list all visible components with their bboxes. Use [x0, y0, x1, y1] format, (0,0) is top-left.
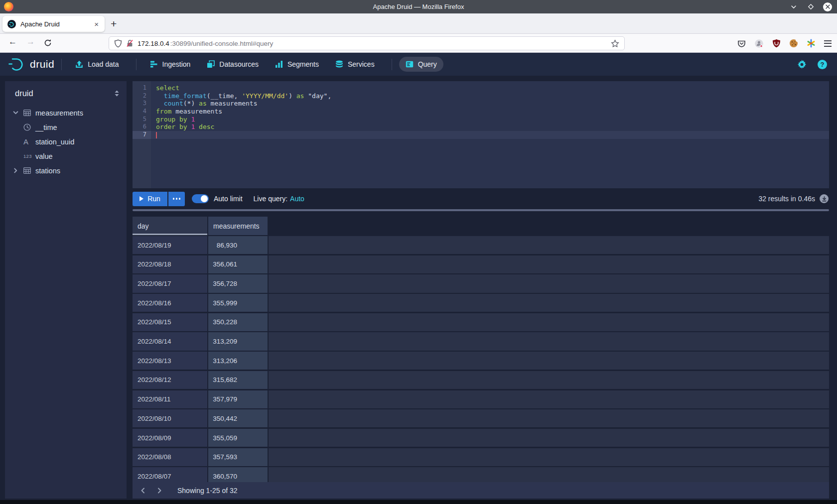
druid-brand[interactable]: druid [30, 58, 54, 70]
table-row: 2022/08/09 355,059 [133, 429, 829, 447]
cell-measurements[interactable]: 315,682 [208, 371, 268, 389]
tree-item--time[interactable]: __time [5, 120, 127, 134]
asterisk-extension-icon[interactable] [807, 39, 816, 48]
gear-icon[interactable] [797, 60, 807, 69]
cell-day[interactable]: 2022/08/19 [133, 236, 207, 254]
navbar-item-ingestion[interactable]: Ingestion [143, 57, 197, 72]
help-icon[interactable]: ? [818, 60, 827, 69]
editor-code[interactable]: select time_format(__time, 'YYYY/MM/dd')… [151, 81, 829, 188]
code-line[interactable]: count(*) as measurements [151, 100, 829, 108]
maximize-icon[interactable] [806, 2, 815, 11]
nav-label: Load data [88, 60, 119, 68]
code-line[interactable]: time_format(__time, 'YYYY/MM/dd') as "da… [151, 92, 829, 100]
auto-limit-toggle[interactable] [192, 194, 209, 203]
code-line[interactable] [151, 131, 829, 139]
cell-measurements[interactable]: 355,059 [208, 429, 268, 447]
code-line[interactable]: order by 1 desc [151, 123, 829, 131]
druid-navbar: druid Load data Ingestion Datasources Se… [0, 53, 837, 76]
cell-day[interactable]: 2022/08/13 [133, 352, 207, 370]
url-path: :30899/unified-console.html#query [170, 40, 607, 47]
download-icon[interactable] [820, 194, 829, 203]
cell-day[interactable]: 2022/08/14 [133, 332, 207, 350]
cell-measurements[interactable]: 350,442 [208, 409, 268, 427]
insecure-lock-icon[interactable] [126, 39, 134, 47]
url-field[interactable]: 172.18.0.4 :30899/unified-console.html#q… [109, 36, 625, 50]
code-line[interactable]: from measurements [151, 108, 829, 116]
cell-measurements[interactable]: 313,206 [208, 352, 268, 370]
reload-icon[interactable] [44, 39, 52, 49]
ublock-icon[interactable] [772, 39, 781, 48]
cell-day[interactable]: 2022/08/11 [133, 390, 207, 408]
live-query-value[interactable]: Auto [290, 195, 304, 203]
tree-item-measurements[interactable]: measurements [5, 106, 127, 120]
cell-measurements[interactable]: 350,228 [208, 313, 268, 331]
navbar-item-datasources[interactable]: Datasources [200, 57, 265, 72]
bookmark-star-icon[interactable] [611, 39, 619, 48]
navbar-item-load-data[interactable]: Load data [69, 57, 125, 72]
navbar-item-query[interactable]: Query [399, 57, 443, 72]
back-icon[interactable]: ← [8, 37, 17, 47]
druid-logo-icon[interactable] [8, 57, 26, 71]
pocket-icon[interactable] [737, 39, 746, 48]
line-number: 5 [133, 116, 151, 124]
code-line[interactable]: select [151, 84, 829, 92]
cell-day[interactable]: 2022/08/15 [133, 313, 207, 331]
schema-header: druid [5, 81, 127, 104]
cell-measurements[interactable]: 357,593 [208, 448, 268, 466]
row-filler [269, 390, 829, 408]
cell-measurements[interactable]: 356,728 [208, 274, 268, 292]
shield-icon[interactable] [114, 39, 122, 48]
tree-item-value[interactable]: 123 value [5, 149, 127, 163]
pager-label: Showing 1-25 of 32 [177, 487, 238, 495]
table-row: 2022/08/14 313,209 [133, 332, 829, 350]
minimize-icon[interactable] [789, 2, 798, 11]
row-filler [269, 274, 829, 292]
cookie-icon[interactable] [789, 39, 798, 48]
cell-measurements[interactable]: 313,209 [208, 332, 268, 350]
browser-tab-apache-druid[interactable]: Apache Druid × [2, 16, 105, 32]
cell-day[interactable]: 2022/08/10 [133, 409, 207, 427]
pane-splitter[interactable] [133, 209, 829, 211]
live-query-label: Live query: [254, 195, 287, 203]
cell-measurements[interactable]: 355,999 [208, 294, 268, 312]
cell-value: 356,061 [212, 260, 237, 268]
new-tab-button[interactable]: + [111, 17, 117, 30]
cell-measurements[interactable]: 356,061 [208, 255, 268, 273]
sort-double-caret-icon[interactable] [114, 90, 120, 97]
tree-label: stations [35, 167, 60, 175]
run-button[interactable]: Run [133, 192, 167, 206]
cell-day[interactable]: 2022/08/07 [133, 467, 207, 482]
cell-measurements[interactable]: 357,979 [208, 390, 268, 408]
navbar-item-services[interactable]: Services [329, 57, 381, 72]
menu-icon[interactable] [824, 40, 832, 47]
cell-measurements[interactable]: 86,930 [208, 236, 268, 254]
page-prev-icon[interactable] [140, 488, 146, 494]
extension-icon[interactable] [754, 39, 764, 48]
close-icon[interactable] [823, 2, 832, 11]
tree-item-station-uuid[interactable]: A station_uuid [5, 134, 127, 149]
cell-day[interactable]: 2022/08/09 [133, 429, 207, 447]
cell-value: 350,442 [212, 415, 237, 422]
column-header-day[interactable]: day [133, 217, 207, 235]
tab-close-icon[interactable]: × [93, 20, 100, 28]
column-header-measurements[interactable]: measurements [208, 217, 268, 235]
navbar-item-segments[interactable]: Segments [269, 57, 325, 72]
cell-day[interactable]: 2022/08/12 [133, 371, 207, 389]
cell-value: 360,570 [212, 473, 237, 480]
sql-editor[interactable]: 1234567 select time_format(__time, 'YYYY… [133, 81, 829, 188]
cell-day[interactable]: 2022/08/18 [133, 255, 207, 273]
url-host: 172.18.0.4 [138, 40, 169, 47]
row-filler [269, 448, 829, 466]
results-body: 2022/08/19 86,930 2022/08/18 356,061 202… [133, 236, 829, 482]
code-line[interactable]: group by 1 [151, 116, 829, 124]
row-filler [269, 409, 829, 427]
forward-icon[interactable]: → [26, 37, 35, 47]
run-more-button[interactable] [168, 192, 185, 206]
cell-day[interactable]: 2022/08/17 [133, 274, 207, 292]
line-number: 3 [133, 100, 151, 108]
cell-day[interactable]: 2022/08/16 [133, 294, 207, 312]
cell-measurements[interactable]: 360,570 [208, 467, 268, 482]
cell-day[interactable]: 2022/08/08 [133, 448, 207, 466]
tree-item-stations[interactable]: stations [5, 163, 127, 178]
page-next-icon[interactable] [156, 488, 162, 494]
